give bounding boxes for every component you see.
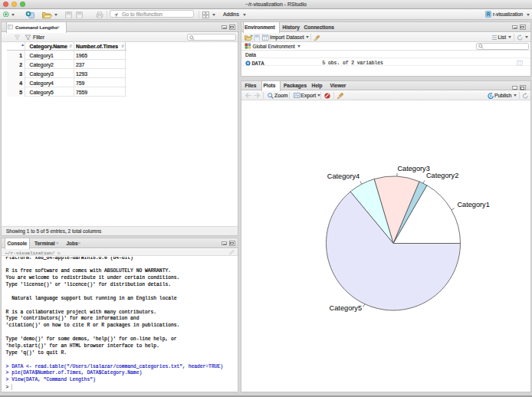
svg-text:Category5: Category5 <box>330 304 362 312</box>
svg-text:Category4: Category4 <box>327 172 360 180</box>
svg-text:Category3: Category3 <box>397 165 429 172</box>
svg-text:R: R <box>487 11 491 17</box>
svg-text:Category2: Category2 <box>426 172 458 179</box>
svg-text:Category1: Category1 <box>457 201 489 208</box>
